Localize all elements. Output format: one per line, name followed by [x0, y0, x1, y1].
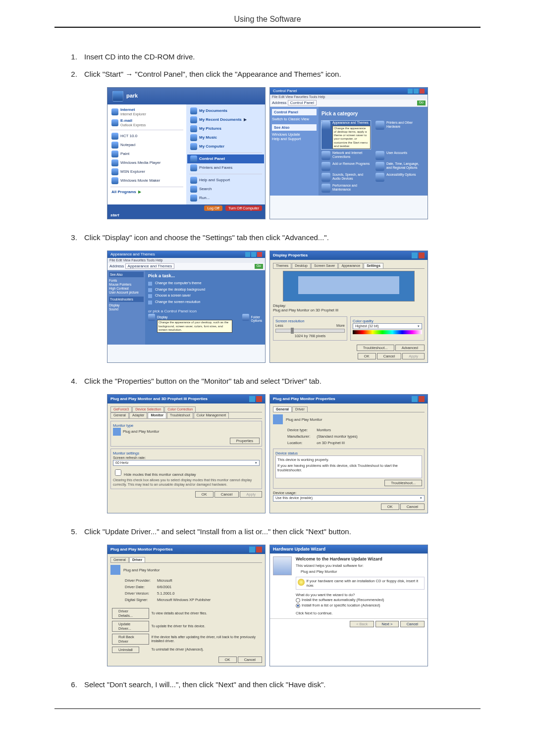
screenshot-control-panel: Control Panel File Edit View Favorites T…: [269, 87, 428, 219]
close-icon[interactable]: [419, 252, 425, 258]
screenshot-display-properties: Display Properties Themes Desktop Screen…: [269, 251, 428, 363]
wizard-opt-auto[interactable]: Install the software automatically (Reco…: [296, 597, 425, 603]
screenshot-start-menu: park InternetInternet Explorer E-mailOut…: [107, 87, 266, 219]
wizard-icon: [273, 556, 292, 575]
user-avatar-icon: [112, 91, 123, 101]
maximize-icon[interactable]: [414, 89, 419, 94]
troubleshoot-button[interactable]: Troubleshoot...: [357, 345, 394, 351]
screenshot-pnp-general: Plug and Play Monitor Properties General…: [269, 394, 428, 513]
usage-select[interactable]: Use this device (enable): [273, 495, 425, 501]
cancel-button[interactable]: Cancel: [400, 621, 425, 627]
color-select[interactable]: Highest (32 bit): [353, 323, 422, 329]
step-3: Click "Display" icon and choose the "Set…: [79, 233, 481, 242]
rollback-driver-button[interactable]: Roll Back Driver: [112, 634, 149, 645]
screenshot-monitor-tab: Plug and Play Monitor and 3D Prophet III…: [107, 394, 266, 513]
logoff-button[interactable]: Log Off: [204, 205, 222, 211]
screenshot-appearance-tasks: Appearance and Themes File Edit View Fav…: [107, 251, 266, 363]
cancel-button[interactable]: Cancel: [377, 353, 401, 359]
step-6: Select "Don't search, I will...", then c…: [79, 680, 481, 689]
pick-category-heading: Pick a category: [321, 111, 425, 117]
tab-driver[interactable]: Driver: [129, 557, 145, 562]
go-button[interactable]: Go: [417, 101, 426, 105]
monitor-icon: [113, 428, 121, 436]
page-title: Using the Software: [54, 15, 481, 28]
driver-details-button[interactable]: Driver Details...: [112, 608, 149, 619]
apply-button[interactable]: Apply: [402, 353, 425, 359]
step-4: Click the "Properties" button on the "Mo…: [79, 377, 481, 385]
update-driver-button[interactable]: Update Driver...: [112, 621, 149, 632]
window-title: Control Panel: [273, 89, 297, 94]
appearance-icon: [321, 121, 330, 130]
step-1: Insert CD into the CD-ROM drive.: [79, 52, 481, 61]
advanced-button[interactable]: Advanced: [395, 345, 425, 351]
cd-icon: [298, 579, 305, 586]
turnoff-button[interactable]: Turn Off Computer: [225, 205, 262, 211]
close-icon[interactable]: [420, 89, 425, 94]
category-appearance[interactable]: Appearance and ThemesChange the appearan…: [321, 121, 371, 149]
properties-button[interactable]: Properties: [230, 438, 260, 444]
resolution-slider[interactable]: [275, 329, 345, 333]
back-button[interactable]: < Back: [350, 621, 374, 627]
step-2: Click "Start" → "Control Panel", then cl…: [79, 70, 481, 78]
icon-display[interactable]: Display Change the appearance of your de…: [148, 314, 232, 334]
tab-monitor[interactable]: Monitor: [148, 412, 166, 418]
tab-settings[interactable]: Settings: [364, 263, 383, 268]
menu-bar[interactable]: File Edit View Favorites Tools Help: [270, 95, 428, 100]
minimize-icon[interactable]: [408, 89, 413, 94]
wizard-opt-list[interactable]: Install from a list or specific location…: [296, 603, 425, 608]
monitor-icon: [110, 565, 120, 575]
all-programs[interactable]: All Programs ▶: [108, 189, 185, 196]
start-user: park: [126, 93, 138, 99]
uninstall-button[interactable]: Uninstall: [112, 647, 139, 653]
help-icon[interactable]: [412, 252, 418, 258]
start-button[interactable]: start: [107, 212, 265, 219]
monitor-preview: [283, 271, 415, 302]
start-control-panel[interactable]: Control Panel: [187, 154, 264, 163]
monitor-icon: [273, 414, 283, 424]
next-button[interactable]: Next >: [375, 621, 399, 627]
step-5: Click "Update Driver..." and select "Ins…: [79, 527, 481, 536]
screenshot-update-wizard: Hardware Update Wizard Welcome to the Ha…: [269, 545, 428, 666]
troubleshoot-button[interactable]: Troubleshoot...: [384, 480, 422, 486]
screenshot-pnp-driver: Plug and Play Monitor Properties General…: [107, 545, 266, 666]
refresh-select[interactable]: 60 Hertz: [113, 460, 260, 466]
hide-modes-checkbox[interactable]: [115, 469, 121, 476]
ok-button[interactable]: OK: [358, 353, 376, 359]
